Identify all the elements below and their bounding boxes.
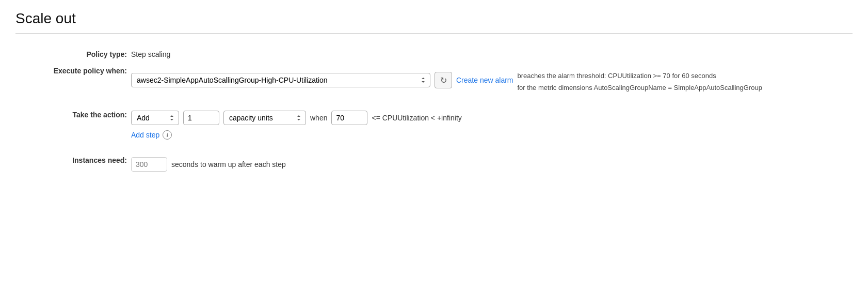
info-icon[interactable]: i [163, 130, 172, 140]
take-action-value-cell: Add Remove Set to capacity units percent… [129, 106, 853, 144]
execute-policy-label: Execute policy when: [15, 63, 129, 98]
take-action-row: Take the action: Add Remove Set to capac… [15, 106, 853, 144]
spacer-row [15, 98, 853, 106]
execute-controls: awsec2-SimpleAppAutoScallingGroup-High-C… [131, 72, 513, 88]
add-step-link[interactable]: Add step [131, 131, 159, 139]
instances-need-label: Instances need: [15, 152, 129, 176]
instances-need-value-cell: seconds to warm up after each step [129, 152, 853, 176]
when-label: when [310, 114, 327, 122]
policy-type-row: Policy type: Step scaling [15, 46, 853, 63]
policy-type-label: Policy type: [15, 46, 129, 63]
alarm-description-line1: breaches the alarm threshold: CPUUtiliza… [518, 70, 762, 82]
form-table: Policy type: Step scaling Execute policy… [15, 46, 853, 176]
section-divider [15, 33, 853, 34]
condition-text: <= CPUUtilization < +infinity [372, 114, 461, 122]
alarm-description-line2: for the metric dimensions AutoScalingGro… [518, 82, 762, 94]
instances-need-row: Instances need: seconds to warm up after… [15, 152, 853, 176]
alarm-select[interactable]: awsec2-SimpleAppAutoScallingGroup-High-C… [131, 73, 430, 87]
execute-policy-value-cell: awsec2-SimpleAppAutoScallingGroup-High-C… [129, 63, 853, 98]
warmup-suffix: seconds to warm up after each step [171, 160, 286, 169]
execute-policy-row: Execute policy when: awsec2-SimpleAppAut… [15, 63, 853, 98]
take-action-label: Take the action: [15, 106, 129, 144]
refresh-button[interactable]: ↻ [435, 72, 452, 88]
alarm-description: breaches the alarm threshold: CPUUtiliza… [518, 70, 762, 94]
when-value-input[interactable] [331, 111, 367, 125]
refresh-icon: ↻ [440, 75, 447, 85]
spacer-row-2 [15, 144, 853, 152]
action-number-input[interactable] [183, 111, 219, 125]
action-controls: Add Remove Set to capacity units percent… [131, 111, 850, 125]
action-type-select[interactable]: Add Remove Set to [131, 111, 179, 125]
warmup-input[interactable] [131, 157, 167, 172]
create-alarm-link[interactable]: Create new alarm [456, 76, 513, 84]
policy-type-value: Step scaling [129, 46, 853, 63]
add-step-row: Add step i [131, 130, 850, 140]
capacity-units-select[interactable]: capacity units percent of group instance… [223, 111, 306, 125]
page-title: Scale out [15, 10, 853, 27]
